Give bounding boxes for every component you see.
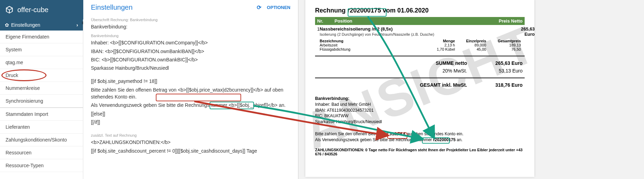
- sidebar-item-restypen[interactable]: Ressource-Typen: [0, 159, 83, 172]
- sidebar-section-header[interactable]: ✿Einstellungen ›: [0, 19, 83, 31]
- line-if[interactable]: [[if $obj.site_paymethod != 18]]: [91, 78, 290, 85]
- d1a: Arbeitszeit: [320, 43, 431, 47]
- pay-amount: 318,76 €: [390, 131, 406, 136]
- line-iban[interactable]: IBAN: <b>[[$CONFIGURATION.ownBankIBAN]]<…: [91, 48, 290, 55]
- sum3l: GESAMT inkl. MwSt.: [398, 82, 467, 88]
- sidebar-item-lieferanten[interactable]: Lieferanten: [0, 121, 83, 134]
- lbl-head-bank: Überschrift Rechnung: Bankverbindung: [91, 18, 290, 22]
- cube-icon: [5, 5, 14, 14]
- sidebar-item-system[interactable]: System: [0, 43, 83, 56]
- th-price: Preis Netto: [477, 18, 523, 24]
- lbl-bank: Bankverbindung: [91, 34, 290, 38]
- options-button[interactable]: OPTIONEN: [267, 5, 290, 10]
- d2b: 1,70 Kübel: [431, 47, 455, 51]
- dh-bez: Bezeichnung: [320, 39, 431, 43]
- d2a: Flüssigabdichtung: [320, 47, 431, 51]
- line-pay-pre: Bitte zahlen Sie den offenen Betrag von: [91, 87, 178, 93]
- config-pane: Einstellungen ⟳ OPTIONEN Überschrift Rec…: [83, 0, 298, 179]
- ref-num: r202000175: [433, 137, 456, 142]
- main: Einstellungen ⟳ OPTIONEN Überschrift Rec…: [83, 0, 644, 179]
- preview-pane: ANSICHT Rechnung r202000175 vom 01.06.20…: [298, 0, 644, 179]
- line-pay-tok: <b>[[$obj.price_wtax|d2bcurrency]]</b>: [178, 87, 263, 93]
- d1c: 89,000: [455, 43, 486, 47]
- dh-gp: Gesamtpreis: [486, 39, 521, 43]
- line-ref[interactable]: Als Verwendungszweck geben Sie bitte die…: [91, 102, 290, 109]
- sidebar: ✿Einstellungen › Eigene Firmendaten Syst…: [0, 19, 83, 179]
- row-price: 265,63 Euro: [521, 26, 535, 51]
- line-ref-tok: <b>[[$obj._objref]]</b>: [229, 102, 278, 108]
- sum1v: 265,63 Euro: [477, 60, 523, 66]
- row-nr: 1: [317, 26, 320, 51]
- app-header: offer-cube: [0, 0, 83, 19]
- cond-line: ZAHLUNGSKONDITIONEN: 0 Tage netto Für Rü…: [315, 148, 525, 156]
- pay-text: Bitte zahlen Sie den offenen Betrag von …: [315, 131, 525, 143]
- line-ref-pre: Als Verwendungszweck geben Sie bitte die…: [91, 102, 229, 108]
- d1d: 189,13: [486, 43, 521, 47]
- sidebar-item-qtag[interactable]: qtag.me: [0, 56, 83, 69]
- invoice-table: Nr. Position Preis Netto 1 Nassbereichsi…: [315, 17, 525, 53]
- line-bic[interactable]: BIC: <b>[[$CONFIGURATION.ownBankBIC]]</b…: [91, 56, 290, 63]
- line-pay[interactable]: Bitte zahlen Sie den offenen Betrag von …: [91, 86, 290, 101]
- bank-block: Bankverbindung: Inhaber: Bad und Mehr Gm…: [315, 96, 525, 125]
- line-else[interactable]: [[else]]: [91, 110, 290, 117]
- line-ref-post: an.: [278, 102, 286, 108]
- invoice-title: Rechnung r202000175 vom 01.06.2020: [315, 7, 525, 14]
- line-cond2[interactable]: [[if $obj.site_cashdiscount_percent != 0…: [91, 147, 290, 154]
- sum2v: 53,13 Euro: [477, 68, 523, 74]
- line-endif[interactable]: [[/if]]: [91, 119, 290, 126]
- line-bankname[interactable]: Sparkasse Hainburg/Bruck/Neusiedl: [91, 65, 290, 71]
- sum2l: 20% MwSt.: [398, 68, 467, 74]
- divider2: [315, 77, 525, 78]
- chevron-right-icon: ›: [76, 22, 78, 28]
- sum1l: SUMME netto: [398, 60, 467, 66]
- d1b: 2,13 h: [431, 43, 455, 47]
- lbl-extra: zusätzl. Text auf Rechnung: [91, 133, 290, 137]
- d2d: 76,50: [486, 47, 521, 51]
- line-cond[interactable]: <b>ZAHLUNGSKONDITIONEN:</b>: [91, 139, 290, 146]
- row-pos: Nassbereichsisolierung /m2 (8,5x): [320, 26, 392, 32]
- invoice-paper: ANSICHT Rechnung r202000175 vom 01.06.20…: [305, 0, 534, 177]
- page-title: Einstellungen: [91, 3, 133, 11]
- refresh-icon[interactable]: ⟳: [257, 4, 261, 11]
- app-title: offer-cube: [17, 6, 49, 14]
- sidebar-item-nummernkreise[interactable]: Nummernkreise: [0, 82, 83, 95]
- invoice-number: r202000175: [347, 7, 381, 14]
- sidebar-item-druck[interactable]: Druck: [0, 69, 83, 82]
- line-owner[interactable]: Inhaber: <b>[[$CONFIGURATION.ownCompany]…: [91, 39, 290, 46]
- divider: [315, 56, 525, 57]
- sidebar-item-sync[interactable]: Synchronisierung: [0, 95, 83, 108]
- gear-icon: ✿: [5, 22, 9, 28]
- sidebar-item-firmendaten[interactable]: Eigene Firmendaten: [0, 31, 83, 43]
- th-nr: Nr.: [317, 18, 334, 24]
- d2c: 45,00: [455, 47, 486, 51]
- dh-ep: Einzelpreis: [455, 39, 486, 43]
- dh-menge: Menge: [431, 39, 455, 43]
- sidebar-item-zahlung[interactable]: Zahlungskonditionen/Skonto: [0, 134, 83, 146]
- sidebar-item-ressourcen[interactable]: Ressourcen: [0, 146, 83, 159]
- sidebar-section-label: Einstellungen: [11, 22, 40, 28]
- sum3v: 318,76 Euro: [477, 82, 523, 88]
- row-sub: Isolierung (2 Durchgänge) von Feuchtraum…: [320, 32, 434, 36]
- sidebar-item-stammdaten[interactable]: Stammdaten Import: [0, 108, 83, 121]
- val-head-bank[interactable]: Bankverbindung:: [91, 23, 290, 30]
- th-pos: Position: [334, 18, 477, 24]
